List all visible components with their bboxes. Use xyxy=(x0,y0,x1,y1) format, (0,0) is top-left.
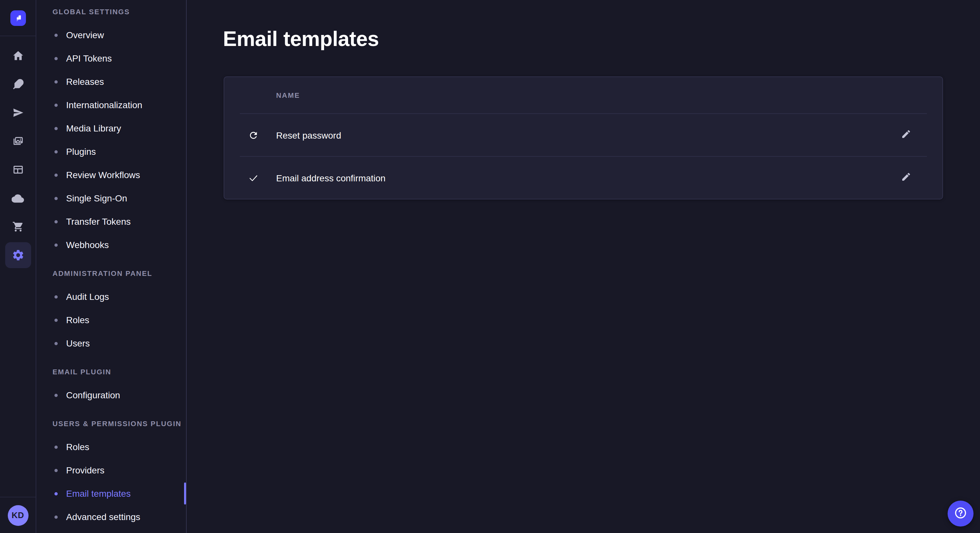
settings-sidebar: GLOBAL SETTINGS Overview API Tokens Rele… xyxy=(36,0,187,533)
edit-email-confirmation-button[interactable] xyxy=(896,167,916,188)
bullet-icon xyxy=(54,33,58,36)
nav-section-email-plugin: EMAIL PLUGIN Configuration xyxy=(36,366,186,407)
sidebar-item-review-workflows[interactable]: Review Workflows xyxy=(36,163,186,187)
main-content: Email templates NAME Reset password xyxy=(187,0,980,533)
cloud-icon[interactable] xyxy=(5,185,31,211)
table-header-row: NAME xyxy=(224,77,942,113)
bullet-icon xyxy=(54,103,58,106)
template-name: Email address confirmation xyxy=(276,173,386,183)
bullet-icon xyxy=(54,492,58,495)
bullet-icon xyxy=(54,295,58,298)
email-templates-table: NAME Reset password xyxy=(224,76,943,200)
bullet-icon xyxy=(54,173,58,176)
help-button[interactable] xyxy=(948,501,974,527)
sidebar-item-media-library[interactable]: Media Library xyxy=(36,117,186,140)
sidebar-item-transfer-tokens[interactable]: Transfer Tokens xyxy=(36,210,186,233)
bullet-icon xyxy=(54,80,58,83)
section-title: EMAIL PLUGIN xyxy=(52,366,186,377)
template-name: Reset password xyxy=(276,130,341,140)
bullet-icon xyxy=(54,468,58,472)
nav-section-global-settings: GLOBAL SETTINGS Overview API Tokens Rele… xyxy=(36,6,186,257)
section-title: GLOBAL SETTINGS xyxy=(52,6,186,17)
sidebar-item-admin-users[interactable]: Users xyxy=(36,332,186,355)
sidebar-item-internationalization[interactable]: Internationalization xyxy=(36,93,186,117)
bullet-icon xyxy=(54,393,58,397)
section-title: USERS & PERMISSIONS PLUGIN xyxy=(52,418,186,429)
bullet-icon xyxy=(54,342,58,345)
sidebar-item-email-templates[interactable]: Email templates xyxy=(36,482,186,505)
home-icon[interactable] xyxy=(5,43,31,69)
bullet-icon xyxy=(54,243,58,246)
sidebar-item-email-configuration[interactable]: Configuration xyxy=(36,383,186,407)
nav-section-users-permissions-plugin: USERS & PERMISSIONS PLUGIN Roles Provide… xyxy=(36,418,186,528)
sidebar-item-single-sign-on[interactable]: Single Sign-On xyxy=(36,187,186,210)
sidebar-item-webhooks[interactable]: Webhooks xyxy=(36,233,186,257)
marketplace-cart-icon[interactable] xyxy=(5,214,31,240)
layout-builder-icon[interactable] xyxy=(5,157,31,182)
sidebar-item-up-roles[interactable]: Roles xyxy=(36,435,186,458)
user-avatar[interactable]: KD xyxy=(8,505,28,525)
column-header-name: NAME xyxy=(276,91,300,99)
media-library-icon[interactable] xyxy=(5,128,31,154)
rail-icon-list xyxy=(0,36,36,268)
bullet-icon xyxy=(54,318,58,322)
sidebar-item-admin-roles[interactable]: Roles xyxy=(36,308,186,332)
bullet-icon xyxy=(54,220,58,223)
bullet-icon xyxy=(54,57,58,60)
sidebar-item-providers[interactable]: Providers xyxy=(36,458,186,482)
sidebar-item-releases[interactable]: Releases xyxy=(36,70,186,93)
check-icon xyxy=(248,173,259,183)
table-row-reset-password: Reset password xyxy=(224,114,942,156)
sidebar-item-plugins[interactable]: Plugins xyxy=(36,140,186,163)
sidebar-item-advanced-settings[interactable]: Advanced settings xyxy=(36,505,186,528)
bullet-icon xyxy=(54,127,58,130)
bullet-icon xyxy=(54,445,58,449)
main-nav-rail: KD xyxy=(0,0,36,533)
pencil-icon xyxy=(901,129,911,141)
workspace-logo-link[interactable] xyxy=(0,0,36,36)
page-title: Email templates xyxy=(223,27,944,51)
question-mark-circle-icon xyxy=(953,506,968,522)
strapi-logo-icon xyxy=(10,10,25,25)
feather-content-icon[interactable] xyxy=(5,71,31,97)
sidebar-item-api-tokens[interactable]: API Tokens xyxy=(36,47,186,70)
edit-reset-password-button[interactable] xyxy=(896,125,916,145)
paper-plane-icon[interactable] xyxy=(5,100,31,125)
sidebar-item-audit-logs[interactable]: Audit Logs xyxy=(36,285,186,308)
bullet-icon xyxy=(54,150,58,153)
pencil-icon xyxy=(901,171,911,184)
sidebar-item-overview[interactable]: Overview xyxy=(36,23,186,47)
bullet-icon xyxy=(54,515,58,519)
refresh-icon xyxy=(248,130,259,140)
nav-section-administration-panel: ADMINISTRATION PANEL Audit Logs Roles Us… xyxy=(36,268,186,355)
app-window: KD GLOBAL SETTINGS Overview API Tokens R… xyxy=(0,0,980,533)
rail-footer: KD xyxy=(0,497,36,533)
bullet-icon xyxy=(54,197,58,200)
table-row-email-address-confirmation: Email address confirmation xyxy=(224,157,942,199)
settings-gear-icon[interactable] xyxy=(5,242,31,268)
section-title: ADMINISTRATION PANEL xyxy=(52,268,186,279)
